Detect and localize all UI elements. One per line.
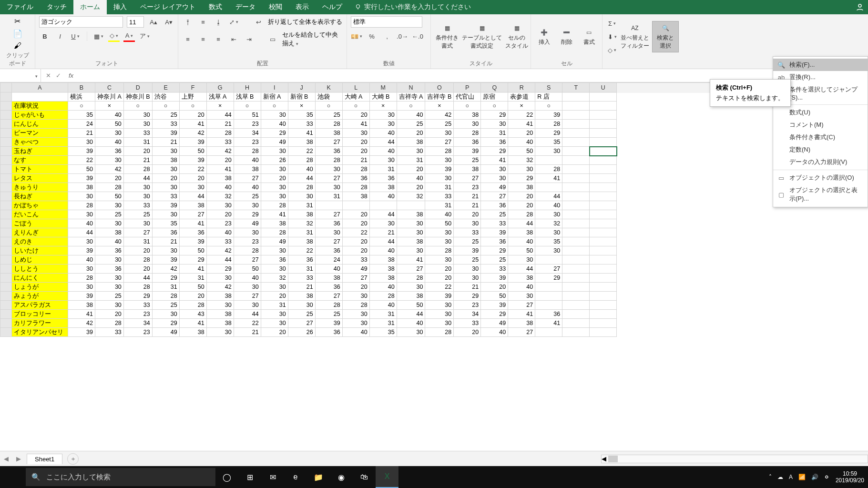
cell[interactable]: 44: [397, 310, 425, 319]
cell[interactable]: 30: [152, 165, 179, 174]
cell[interactable]: [397, 201, 425, 210]
cell[interactable]: 28: [425, 246, 454, 255]
cell[interactable]: 21: [234, 328, 261, 337]
cell[interactable]: 30: [261, 111, 288, 120]
cell[interactable]: 30: [369, 111, 397, 120]
cell[interactable]: 49: [261, 138, 288, 147]
cell[interactable]: 20: [179, 174, 206, 183]
cell[interactable]: 27: [315, 210, 342, 219]
cell[interactable]: 30: [425, 237, 454, 246]
cell[interactable]: 39: [179, 237, 206, 246]
cell[interactable]: 39: [454, 147, 481, 156]
cell[interactable]: 38: [454, 111, 481, 120]
cell[interactable]: 44: [508, 219, 535, 228]
cell[interactable]: 31: [261, 301, 288, 310]
cell[interactable]: 30: [206, 328, 234, 337]
cell[interactable]: [535, 183, 562, 192]
cell[interactable]: 30: [425, 174, 454, 183]
cell[interactable]: 33: [425, 192, 454, 201]
worksheet-grid[interactable]: ABCDEFGHIJKLMNOPQRSTU横浜神奈川 A神奈川 B渋谷上野浅草 …: [0, 82, 868, 451]
cell[interactable]: 36: [95, 147, 124, 156]
cell[interactable]: ×: [508, 102, 535, 111]
cell[interactable]: 38: [369, 264, 397, 274]
cell[interactable]: 29: [481, 147, 508, 156]
cell[interactable]: じゃがいも: [12, 111, 68, 120]
col-header[interactable]: O: [425, 83, 454, 92]
row-header[interactable]: [0, 228, 12, 237]
cell[interactable]: 20: [261, 174, 288, 183]
cell[interactable]: 43: [179, 310, 206, 319]
cell[interactable]: 23: [234, 138, 261, 147]
cell[interactable]: 23: [234, 120, 261, 129]
cell[interactable]: 40: [369, 246, 397, 255]
cell[interactable]: 40: [68, 219, 95, 228]
cell[interactable]: 30: [315, 165, 342, 174]
cell[interactable]: 30: [234, 228, 261, 237]
cell[interactable]: [562, 237, 590, 246]
cell[interactable]: [342, 201, 369, 210]
cell[interactable]: 38: [397, 138, 425, 147]
increase-decimal-icon[interactable]: .0→: [397, 30, 408, 42]
cell[interactable]: 33: [152, 192, 179, 201]
cell[interactable]: 39: [425, 292, 454, 301]
cell[interactable]: [590, 246, 617, 255]
cell[interactable]: 50: [95, 192, 124, 201]
cell[interactable]: トマト: [12, 165, 68, 174]
cell[interactable]: 30: [481, 165, 508, 174]
cell[interactable]: 40: [369, 301, 397, 310]
cell[interactable]: かぼちゃ: [12, 201, 68, 210]
cell[interactable]: 38: [397, 210, 425, 219]
add-sheet-button[interactable]: ＋: [67, 453, 79, 465]
cell[interactable]: 27: [315, 237, 342, 246]
cell[interactable]: 30: [454, 219, 481, 228]
cell[interactable]: 40: [508, 237, 535, 246]
cell[interactable]: 35: [535, 237, 562, 246]
cell[interactable]: 40: [95, 237, 124, 246]
col-header[interactable]: K: [315, 83, 342, 92]
cell[interactable]: 27: [234, 174, 261, 183]
row-header[interactable]: [0, 246, 12, 255]
accounting-format-icon[interactable]: 💴: [351, 30, 362, 42]
cell[interactable]: 41: [179, 319, 206, 328]
cell[interactable]: 20: [342, 237, 369, 246]
cell[interactable]: 31: [152, 283, 179, 292]
cell[interactable]: 23: [454, 301, 481, 310]
cell[interactable]: 30: [261, 183, 288, 192]
cell[interactable]: 30: [369, 156, 397, 165]
cell[interactable]: 20: [425, 264, 454, 274]
cell[interactable]: 30: [481, 120, 508, 129]
row-header[interactable]: [0, 210, 12, 219]
account-icon[interactable]: [852, 0, 868, 14]
cell[interactable]: [590, 255, 617, 264]
cell[interactable]: 31: [397, 156, 425, 165]
cell[interactable]: 30: [425, 319, 454, 328]
cell[interactable]: 33: [123, 201, 152, 210]
cell[interactable]: 21: [68, 129, 95, 138]
cell[interactable]: 25: [95, 210, 124, 219]
cell[interactable]: 40: [234, 183, 261, 192]
task-view-icon[interactable]: ⊞: [238, 466, 261, 488]
cell[interactable]: 40: [68, 255, 95, 264]
merge-center-button[interactable]: セルを結合して中央揃え: [282, 30, 343, 48]
cell[interactable]: 39: [481, 301, 508, 310]
cell[interactable]: 30: [261, 283, 288, 292]
cell[interactable]: 38: [315, 274, 342, 283]
cell[interactable]: ブロッコリー: [12, 310, 68, 319]
cell[interactable]: [562, 264, 590, 274]
cell[interactable]: 27: [288, 319, 315, 328]
align-top-icon[interactable]: ⭱: [182, 16, 194, 28]
cell[interactable]: 30: [206, 274, 234, 283]
cell[interactable]: [590, 111, 617, 120]
cell[interactable]: 20: [179, 111, 206, 120]
cell[interactable]: 36: [454, 138, 481, 147]
cell[interactable]: 39: [68, 174, 95, 183]
cell[interactable]: 20: [342, 147, 369, 156]
cell[interactable]: 40: [481, 328, 508, 337]
cell[interactable]: 50: [425, 219, 454, 228]
cell[interactable]: みょうが: [12, 292, 68, 301]
cell[interactable]: 38: [508, 228, 535, 237]
cell-styles-button[interactable]: ▦セルの スタイル: [504, 21, 529, 52]
cell[interactable]: 36: [315, 283, 342, 292]
row-header[interactable]: [0, 102, 12, 111]
cell[interactable]: 29: [535, 274, 562, 283]
